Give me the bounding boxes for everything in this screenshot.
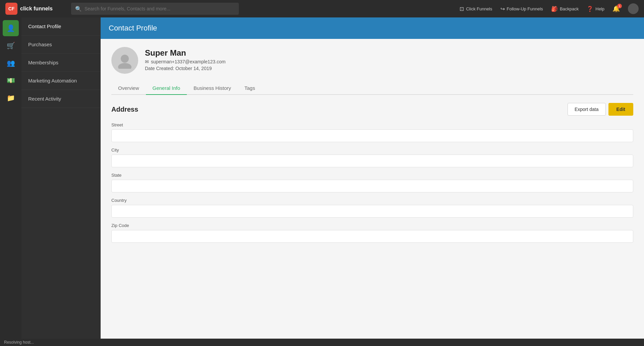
nav-follow-up-funnels[interactable]: ↪ Follow-Up Funnels: [500, 6, 543, 12]
zip-code-label: Zip Code: [111, 223, 633, 228]
edit-button[interactable]: Edit: [608, 103, 633, 116]
nav-click-funnels[interactable]: ⊡ Click Funnels: [460, 6, 492, 12]
search-bar[interactable]: 🔍: [71, 3, 239, 15]
click-funnels-icon: ⊡: [460, 6, 464, 12]
email-icon: ✉: [145, 59, 149, 64]
state-label: State: [111, 173, 633, 178]
nav-backpack[interactable]: 🎒 Backpack: [551, 6, 579, 12]
profile-date-created: Date Created: October 14, 2019: [145, 66, 225, 71]
country-label: Country: [111, 198, 633, 203]
nav-help-label: Help: [595, 6, 604, 11]
export-data-button[interactable]: Export data: [568, 103, 606, 116]
follow-up-icon: ↪: [500, 6, 505, 12]
notification-badge: 1: [617, 4, 622, 8]
text-sidebar: Contact Profile Purchases Memberships Ma…: [21, 17, 101, 346]
top-nav: CF click funnels 🔍 ⊡ Click Funnels ↪ Fol…: [0, 0, 644, 17]
sidebar-item-purchases[interactable]: Purchases: [21, 36, 101, 54]
logo-text: click funnels: [20, 6, 53, 12]
content-area: Contact Profile Super Man ✉ superman+133…: [101, 17, 644, 346]
sidebar-item-recent-activity[interactable]: Recent Activity: [21, 90, 101, 108]
main-content: Super Man ✉ superman+1337@example123.com…: [101, 39, 644, 346]
svg-point-1: [118, 63, 131, 69]
nav-click-funnels-label: Click Funnels: [466, 6, 492, 11]
nav-help[interactable]: ❓ Help: [587, 6, 604, 12]
nav-backpack-label: Backpack: [560, 6, 579, 11]
street-label: Street: [111, 122, 633, 127]
profile-header: Super Man ✉ superman+1337@example123.com…: [111, 47, 633, 74]
profile-info: Super Man ✉ superman+1337@example123.com…: [145, 47, 225, 71]
sidebar-icon-purchases[interactable]: 🛒: [3, 38, 19, 54]
tab-tags[interactable]: Tags: [238, 82, 262, 95]
action-buttons: Export data Edit: [568, 103, 633, 116]
tab-general-info[interactable]: General Info: [146, 82, 187, 95]
country-field: Country: [111, 198, 633, 218]
city-label: City: [111, 148, 633, 153]
notification-button[interactable]: 🔔 1: [612, 5, 620, 12]
svg-point-0: [121, 55, 129, 63]
status-bar: Resolving host...: [0, 339, 644, 346]
country-input[interactable]: [111, 205, 633, 218]
page-header: Contact Profile: [101, 17, 644, 39]
sidebar-item-marketing-automation[interactable]: Marketing Automation: [21, 72, 101, 90]
section-header: Address Export data Edit: [111, 103, 633, 116]
icon-sidebar: 👤 🛒 👥 💵 📁: [0, 17, 21, 346]
nav-links: ⊡ Click Funnels ↪ Follow-Up Funnels 🎒 Ba…: [460, 3, 639, 14]
sidebar-icon-memberships[interactable]: 👥: [3, 55, 19, 71]
avatar: [111, 47, 138, 74]
sidebar-item-contact-profile[interactable]: Contact Profile: [21, 17, 101, 36]
app-layout: 👤 🛒 👥 💵 📁 Contact Profile Purchases Memb…: [0, 17, 644, 346]
city-input[interactable]: [111, 155, 633, 167]
sidebar-icon-marketing[interactable]: 💵: [3, 72, 19, 89]
street-field: Street: [111, 122, 633, 142]
city-field: City: [111, 148, 633, 167]
status-text: Resolving host...: [4, 340, 34, 345]
street-input[interactable]: [111, 129, 633, 142]
search-icon: 🔍: [75, 6, 82, 12]
profile-email: ✉ superman+1337@example123.com: [145, 59, 225, 64]
sidebar-item-memberships[interactable]: Memberships: [21, 54, 101, 72]
address-section-title: Address: [111, 106, 138, 113]
tab-overview[interactable]: Overview: [111, 82, 146, 95]
page-title: Contact Profile: [109, 24, 157, 33]
state-input[interactable]: [111, 180, 633, 192]
avatar[interactable]: [628, 3, 639, 14]
sidebar-icon-contact-profile[interactable]: 👤: [3, 20, 19, 36]
zip-code-input[interactable]: [111, 230, 633, 243]
backpack-icon: 🎒: [551, 6, 558, 12]
logo-icon: CF: [5, 3, 17, 15]
state-field: State: [111, 173, 633, 192]
search-input[interactable]: [85, 6, 235, 11]
sidebar-icon-recent-activity[interactable]: 📁: [3, 90, 19, 106]
nav-follow-up-label: Follow-Up Funnels: [507, 6, 543, 11]
tabs: Overview General Info Business History T…: [111, 82, 633, 95]
profile-name: Super Man: [145, 48, 225, 58]
logo[interactable]: CF click funnels: [5, 3, 66, 15]
tab-business-history[interactable]: Business History: [187, 82, 238, 95]
help-icon: ❓: [587, 6, 593, 12]
zip-code-field: Zip Code: [111, 223, 633, 243]
